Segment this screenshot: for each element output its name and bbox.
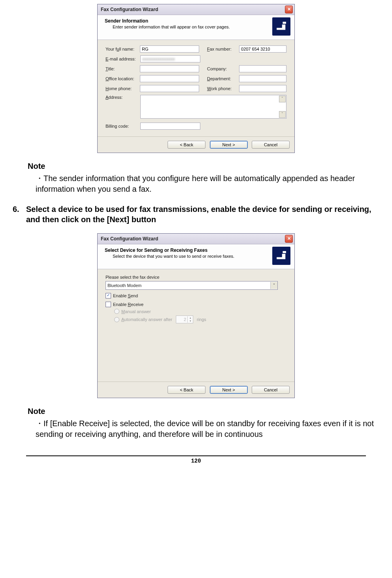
close-icon[interactable]: ✕ (285, 235, 293, 243)
enable-receive-checkbox[interactable]: Enable Receive (106, 302, 286, 307)
close-icon[interactable]: ✕ (285, 6, 293, 13)
titlebar: Fax Configuration Wizard ✕ (98, 4, 294, 15)
cancel-button[interactable]: Cancel (252, 386, 290, 394)
company-label: Company: (207, 66, 239, 71)
banner-title: Select Device for Sending or Receiving F… (105, 247, 290, 253)
fax-number-label: Fax number: (207, 47, 239, 51)
title-input[interactable] (140, 65, 199, 72)
billing-label: Billing code: (106, 124, 140, 128)
note-heading: Note (28, 406, 384, 417)
fax-wizard-sender-dialog: Fax Configuration Wizard ✕ Sender Inform… (97, 4, 295, 153)
radio-icon (114, 317, 119, 322)
checkbox-icon (106, 302, 111, 307)
titlebar: Fax Configuration Wizard ✕ (98, 234, 294, 244)
back-button[interactable]: < Back (168, 386, 205, 394)
banner-subtitle: Select the device that you want to use t… (105, 253, 290, 259)
step-text: Select a device to be used for fax trans… (26, 204, 384, 225)
scroll-down-icon[interactable]: ˅ (279, 111, 286, 118)
department-label: Department: (207, 76, 239, 81)
spin-up-icon: ▴ (187, 316, 193, 319)
department-input[interactable] (239, 75, 286, 82)
banner-subtitle: Enter sender information that will appea… (105, 24, 290, 29)
address-textarea[interactable]: ˄ ˅ (140, 95, 286, 119)
note-heading: Note (28, 161, 384, 172)
email-label: E-mail address: (106, 57, 140, 61)
enable-send-checkbox[interactable]: ✓ Enable Send (106, 293, 286, 298)
note-body: ・The sender information that you configu… (28, 173, 384, 195)
step-6: 6. Select a device to be used for fax tr… (0, 204, 392, 225)
form-body: Please select the fax device Bluetooth M… (98, 269, 294, 382)
work-phone-input[interactable] (239, 85, 286, 92)
chevron-down-icon[interactable]: ˅ (270, 282, 277, 289)
form-body: Your full name: Fax number: E-mail addre… (98, 40, 294, 136)
company-input[interactable] (239, 65, 286, 72)
fax-wizard-device-dialog: Fax Configuration Wizard ✕ Select Device… (97, 233, 295, 398)
next-button[interactable]: Next > (210, 141, 248, 149)
fax-icon (272, 17, 290, 36)
manual-answer-radio: Manual answer (114, 309, 286, 314)
dialog-title: Fax Configuration Wizard (101, 7, 158, 12)
address-label: Address: (106, 95, 140, 100)
banner: Sender Information Enter sender informat… (98, 15, 294, 40)
email-input[interactable]: xxxxxxxxxxxxxxx (140, 55, 200, 62)
office-input[interactable] (140, 75, 199, 82)
cancel-button[interactable]: Cancel (252, 141, 290, 149)
checkbox-icon: ✓ (106, 293, 111, 298)
fax-icon (272, 247, 290, 265)
billing-input[interactable] (140, 123, 200, 130)
rings-spinner: 2 ▴▾ (176, 315, 193, 323)
banner: Select Device for Sending or Receiving F… (98, 244, 294, 269)
button-row: < Back Next > Cancel (98, 382, 294, 398)
spin-down-icon: ▾ (187, 319, 193, 323)
title-label: Title: (106, 66, 140, 71)
fax-device-select[interactable]: Bluetooth Modem ˅ (106, 281, 278, 290)
full-name-label: Your full name: (106, 47, 140, 51)
note-body: ・If [Enable Receive] is selected, the de… (28, 418, 384, 440)
select-value: Bluetooth Modem (107, 283, 141, 288)
next-button[interactable]: Next > (210, 386, 248, 394)
page-number: 120 (0, 456, 392, 472)
work-phone-label: Work phone: (207, 86, 239, 91)
auto-answer-radio: Automatically answer after 2 ▴▾ rings (114, 315, 286, 323)
dialog-title: Fax Configuration Wizard (101, 236, 158, 242)
home-phone-input[interactable] (140, 85, 199, 92)
fax-number-input[interactable] (239, 45, 286, 53)
radio-icon (114, 309, 119, 314)
banner-title: Sender Information (105, 18, 290, 24)
step-number: 6. (13, 204, 22, 225)
office-label: Office location: (106, 76, 140, 81)
button-row: < Back Next > Cancel (98, 136, 294, 153)
full-name-input[interactable] (140, 45, 199, 53)
scroll-up-icon[interactable]: ˄ (279, 96, 286, 102)
select-label: Please select the fax device (106, 275, 286, 280)
back-button[interactable]: < Back (168, 141, 205, 149)
home-phone-label: Home phone: (106, 86, 140, 91)
